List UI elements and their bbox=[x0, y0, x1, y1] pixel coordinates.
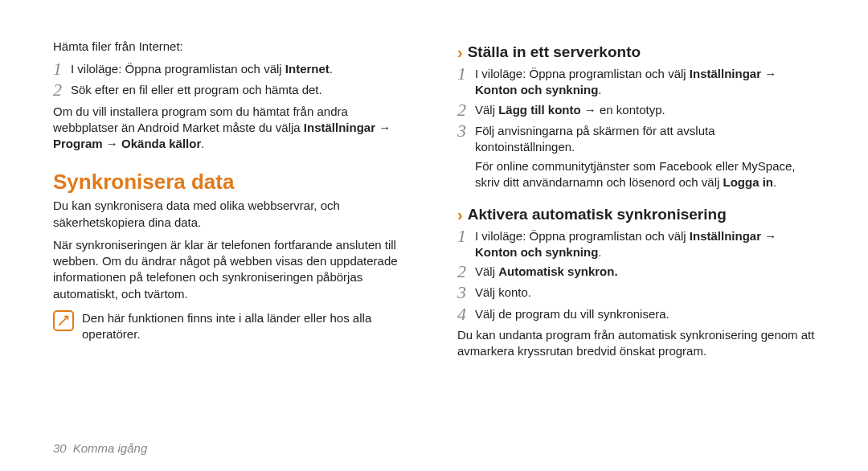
note-block: Den här funktionen finns inte i alla län… bbox=[53, 310, 411, 348]
note-icon bbox=[53, 310, 74, 331]
install-note: Om du vill installera program som du häm… bbox=[53, 104, 411, 153]
step-text: Följ anvisningarna på skärmen för att av… bbox=[475, 121, 815, 156]
step-number: 2 bbox=[457, 100, 475, 120]
right-b-step: 3 Välj konto. bbox=[457, 283, 815, 302]
step-text: I viloläge: Öppna programlistan och välj… bbox=[475, 227, 815, 261]
step-text: Sök efter en fil eller ett program och h… bbox=[71, 80, 411, 98]
subheading-auto-sync: › Aktivera automatisk synkronisering bbox=[457, 206, 815, 223]
page-footer: 30 Komma igång bbox=[53, 441, 147, 455]
step-number: 1 bbox=[457, 227, 475, 246]
step-text: Välj Automatisk synkron. bbox=[475, 262, 815, 280]
left-step: 1 I viloläge: Öppna programlistan och vä… bbox=[53, 59, 411, 79]
right-b-step: 4 Välj de program du vill synkronisera. bbox=[457, 305, 815, 324]
step-number: 1 bbox=[53, 59, 71, 79]
right-column: › Ställa in ett serverkonto 1 I viloläge… bbox=[457, 39, 815, 364]
step-text: Välj de program du vill synkronisera. bbox=[475, 305, 815, 322]
chevron-icon: › bbox=[457, 44, 463, 60]
step-number: 2 bbox=[53, 80, 71, 100]
left-step: 2 Sök efter en fil eller ett program och… bbox=[53, 80, 411, 100]
intro-text: Hämta filer från Internet: bbox=[53, 39, 411, 55]
subheading-server-account: › Ställa in ett serverkonto bbox=[457, 43, 815, 61]
step-text: I viloläge: Öppna programlistan och välj… bbox=[475, 64, 815, 99]
right-a-step: 3 Följ anvisningarna på skärmen för att … bbox=[457, 121, 815, 156]
left-column: Hämta filer från Internet: 1 I viloläge:… bbox=[53, 39, 411, 364]
login-note: För online communitytjänster som Faceboo… bbox=[475, 158, 815, 191]
note-text: Den här funktionen finns inte i alla län… bbox=[82, 310, 411, 343]
step-text: Välj Lägg till konto → en kontotyp. bbox=[475, 100, 815, 118]
step-number: 3 bbox=[457, 121, 475, 141]
footer-section: Komma igång bbox=[73, 441, 148, 455]
right-b-step: 1 I viloläge: Öppna programlistan och vä… bbox=[457, 227, 815, 261]
section-heading-sync: Synkronisera data bbox=[53, 170, 411, 195]
exclude-note: Du kan undanta program från automatisk s… bbox=[457, 327, 815, 360]
step-number: 3 bbox=[457, 283, 475, 302]
right-a-step: 2 Välj Lägg till konto → en kontotyp. bbox=[457, 100, 815, 120]
step-text: Välj konto. bbox=[475, 283, 815, 301]
right-b-step: 2 Välj Automatisk synkron. bbox=[457, 262, 815, 281]
chevron-icon: › bbox=[457, 207, 463, 223]
sync-paragraph: När synkroniseringen är klar är telefone… bbox=[53, 237, 411, 302]
page-number: 30 bbox=[53, 441, 67, 455]
step-number: 1 bbox=[457, 64, 475, 84]
sync-paragraph: Du kan synkronisera data med olika webbs… bbox=[53, 198, 411, 231]
step-text: I viloläge: Öppna programlistan och välj… bbox=[71, 59, 411, 77]
step-number: 4 bbox=[457, 305, 475, 324]
right-a-step: 1 I viloläge: Öppna programlistan och vä… bbox=[457, 64, 815, 99]
step-number: 2 bbox=[457, 262, 475, 281]
